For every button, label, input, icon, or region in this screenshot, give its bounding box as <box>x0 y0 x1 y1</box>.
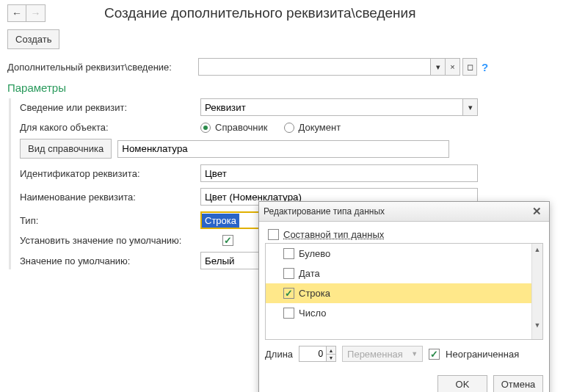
unlimited-checkbox[interactable] <box>429 349 440 360</box>
catalog-type-button[interactable]: Вид справочника <box>20 139 112 159</box>
popup-ok-button[interactable]: OK <box>437 375 487 392</box>
type-item-string-checkbox[interactable] <box>283 288 294 299</box>
type-item-number-label: Число <box>299 308 326 319</box>
type-item-date[interactable]: Дата <box>266 264 542 283</box>
variable-select-label: Переменная <box>347 349 403 360</box>
catalog-value-input[interactable] <box>117 140 449 158</box>
help-icon[interactable]: ? <box>482 61 488 73</box>
object-kind-label: Для какого объекта: <box>20 122 200 133</box>
radio-on-icon <box>200 123 211 133</box>
popup-title: Редактирование типа данных <box>264 206 385 217</box>
create-button[interactable]: Создать <box>7 29 59 49</box>
type-list: Булево Дата Строка Число ▲ ▼ <box>265 243 543 340</box>
chevron-down-icon: ▾ <box>436 62 440 72</box>
default-value-label: Значение по умолчанию: <box>20 255 200 266</box>
length-input[interactable] <box>299 346 326 361</box>
length-down-button[interactable]: ▼ <box>327 354 335 361</box>
arrow-left-icon: ← <box>12 8 22 18</box>
extra-attr-clear-button[interactable]: × <box>446 58 460 76</box>
type-item-string[interactable]: Строка <box>266 283 542 303</box>
section-params-header: Параметры <box>7 81 556 94</box>
composite-type-label[interactable]: Составной тип данных <box>283 229 384 240</box>
set-default-label: Установить значение по умолчанию: <box>20 235 222 246</box>
type-editor-popup: Редактирование типа данных ✕ Составной т… <box>258 201 550 392</box>
nav-back-button[interactable]: ← <box>7 4 26 22</box>
popup-cancel-button[interactable]: Отмена <box>493 375 543 392</box>
type-label: Тип: <box>20 215 200 226</box>
nav-forward-button[interactable]: → <box>26 4 46 22</box>
chevron-down-icon: ▼ <box>411 350 418 357</box>
type-list-scrollbar[interactable]: ▲ ▼ <box>531 244 542 339</box>
composite-type-checkbox[interactable] <box>268 229 279 240</box>
attr-id-input[interactable] <box>200 164 478 182</box>
chevron-down-icon: ▾ <box>468 103 473 112</box>
type-value-selected: Строка <box>202 214 239 228</box>
popup-close-button[interactable]: ✕ <box>529 205 545 218</box>
set-default-checkbox[interactable] <box>222 235 233 246</box>
caret-up-icon: ▲ <box>534 246 541 253</box>
unlimited-label: Неограниченная <box>446 349 519 360</box>
radio-document-label: Документ <box>299 122 341 133</box>
open-icon: ◻ <box>467 62 473 72</box>
length-label: Длина <box>265 349 293 360</box>
type-item-number-checkbox[interactable] <box>283 308 294 319</box>
scroll-up-button[interactable]: ▲ <box>532 244 542 255</box>
length-spinner[interactable]: ▲ ▼ <box>299 346 336 362</box>
attr-name-label: Наименование реквизита: <box>20 192 200 203</box>
extra-attr-dropdown-button[interactable]: ▾ <box>431 58 446 76</box>
type-item-date-checkbox[interactable] <box>283 268 294 279</box>
close-icon: × <box>450 62 454 71</box>
close-icon: ✕ <box>532 205 542 217</box>
caret-down-icon: ▼ <box>329 355 334 360</box>
type-item-bool-checkbox[interactable] <box>283 248 294 259</box>
extra-attr-input[interactable] <box>198 58 431 76</box>
radio-catalog-option[interactable]: Справочник <box>200 122 268 133</box>
page-title: Создание дополнительного реквизита\сведе… <box>104 5 415 21</box>
type-item-number[interactable]: Число <box>266 303 542 323</box>
radio-document-option[interactable]: Документ <box>284 122 341 133</box>
variable-select: Переменная ▼ <box>342 346 423 362</box>
scroll-down-button[interactable]: ▼ <box>532 319 542 330</box>
extra-attr-label: Дополнительный реквизит\сведение: <box>7 62 198 73</box>
type-item-bool[interactable]: Булево <box>266 244 542 264</box>
type-item-bool-label: Булево <box>299 248 330 259</box>
info-or-attr-dropdown-button[interactable]: ▾ <box>463 98 478 116</box>
type-item-string-label: Строка <box>299 288 330 299</box>
info-or-attr-input[interactable] <box>200 98 463 116</box>
type-item-date-label: Дата <box>299 268 320 279</box>
extra-attr-open-button[interactable]: ◻ <box>462 58 477 76</box>
arrow-right-icon: → <box>31 8 41 18</box>
length-up-button[interactable]: ▲ <box>327 346 335 354</box>
radio-off-icon <box>284 123 294 133</box>
attr-id-label: Идентификатор реквизита: <box>20 168 200 179</box>
caret-down-icon: ▼ <box>534 322 541 329</box>
radio-catalog-label: Справочник <box>215 122 268 133</box>
info-or-attr-label: Сведение или реквизит: <box>20 102 200 113</box>
caret-up-icon: ▲ <box>329 348 334 353</box>
